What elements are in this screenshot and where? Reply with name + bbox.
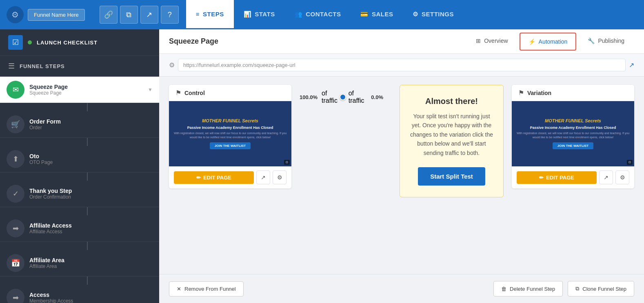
- sidebar-item-squeeze[interactable]: ✉ Squeeze Page Squeeze Page ▼: [0, 77, 159, 103]
- variation-preview: MOTHER FUNNEL Secrets Passive Income Aca…: [512, 101, 634, 166]
- main-layout: ☑ LAUNCH CHECKLIST ☰ FUNNEL STEPS ✉ Sque…: [0, 29, 644, 303]
- clone-label: Clone Funnel Step: [582, 286, 626, 292]
- url-input[interactable]: [178, 59, 626, 71]
- copy-icon[interactable]: ⧉: [120, 6, 138, 24]
- order-sub: Order: [29, 125, 153, 130]
- tab-publishing-label: Publishing: [598, 38, 624, 44]
- publishing-wrench-icon: 🔧: [588, 38, 595, 44]
- affiliate-access-icon: ➡: [7, 219, 24, 237]
- help-icon[interactable]: ?: [161, 6, 179, 24]
- clone-funnel-step-button[interactable]: ⧉ Clone Funnel Step: [568, 281, 634, 296]
- url-external-icon[interactable]: ↗: [629, 61, 634, 69]
- sidebar: ☑ LAUNCH CHECKLIST ☰ FUNNEL STEPS ✉ Sque…: [0, 29, 159, 303]
- control-preview-content: MOTHER FUNNEL Secrets Passive Income Aca…: [169, 101, 291, 166]
- thankyou-sub: Order Confirmation: [29, 194, 153, 200]
- tab-publishing[interactable]: 🔧 Publishing: [578, 29, 634, 54]
- clone-copy-icon: ⧉: [575, 285, 579, 292]
- sidebar-item-access[interactable]: ➡ Access Membership Access: [0, 285, 159, 303]
- control-settings-icon[interactable]: ⚙: [273, 170, 286, 184]
- bottom-right-actions: 🗑 Delete Funnel Step ⧉ Clone Funnel Step: [493, 281, 634, 296]
- tab-automation-label: Automation: [539, 38, 568, 45]
- variation-preview-sub: With registration closed, we will now sh…: [516, 131, 630, 139]
- affiliate-area-icon: 📅: [7, 254, 24, 272]
- external-link-icon[interactable]: ↗: [140, 6, 158, 24]
- tab-sales[interactable]: 💳 SALES: [351, 0, 403, 29]
- brand-area: ⚙ Funnel Name Here: [7, 6, 85, 23]
- remove-from-funnel-button[interactable]: ✕ Remove From Funnel: [169, 281, 244, 296]
- tab-stats[interactable]: 📊 STATS: [234, 0, 285, 29]
- sub-tabs: ⊞ Overview ⚡ Automation 🔧 Publishing: [466, 29, 634, 54]
- start-split-test-button[interactable]: Start Split Test: [418, 167, 485, 186]
- overview-grid-icon: ⊞: [476, 38, 481, 44]
- remove-x-icon: ✕: [177, 286, 181, 292]
- automation-bolt-icon: ⚡: [529, 38, 535, 45]
- sidebar-item-order[interactable]: 🛒 Order Form Order: [0, 111, 159, 138]
- sidebar-item-thankyou[interactable]: ✓ Thank you Step Order Confirmation: [0, 181, 159, 207]
- traffic-bar-area: 100.0% of traffic of traffic 0.0%: [291, 85, 391, 109]
- tab-contacts-label: CONTACTS: [306, 11, 341, 18]
- almost-title: Almost there!: [425, 97, 478, 106]
- stats-icon: 📊: [244, 11, 252, 18]
- tab-overview-label: Overview: [484, 38, 508, 44]
- sidebar-item-affiliate-access[interactable]: ➡ Affiliate Access Affiliate Access: [0, 215, 159, 242]
- oto-sub: OTO Page: [29, 159, 153, 165]
- delete-label: Delete Funnel Step: [510, 286, 555, 292]
- hamburger-icon: ☰: [8, 62, 15, 71]
- control-preview-title: Passive Income Academy Enrollment Has Cl…: [187, 126, 273, 130]
- variation-settings-icon[interactable]: ⚙: [615, 170, 629, 184]
- tab-stats-label: STATS: [255, 11, 275, 18]
- affiliate-access-text: Affiliate Access Affiliate Access: [29, 222, 153, 234]
- edit-pencil-icon: ✏: [196, 175, 201, 181]
- affiliate-area-name: Affiliate Area: [29, 257, 153, 263]
- link-icon[interactable]: 🔗: [100, 6, 118, 24]
- settings-icon[interactable]: ⚙: [7, 6, 24, 23]
- delete-funnel-step-button[interactable]: 🗑 Delete Funnel Step: [493, 281, 563, 296]
- main-content: Squeeze Page ⊞ Overview ⚡ Automation 🔧 P…: [159, 29, 644, 303]
- order-name: Order Form: [29, 118, 153, 125]
- traffic-row: 100.0% of traffic of traffic 0.0%: [300, 90, 383, 104]
- control-preview-sub: With registration closed, we will now sh…: [173, 131, 287, 139]
- control-traffic-label: of traffic: [322, 90, 340, 104]
- access-sub: Membership Access: [29, 298, 153, 303]
- toolbar-icons: 🔗 ⧉ ↗ ?: [100, 6, 179, 24]
- sidebar-item-affiliate-area[interactable]: 📅 Affiliate Area Affiliate Area: [0, 250, 159, 276]
- variation-preview-title: Passive Income Academy Enrollment Has Cl…: [530, 126, 616, 130]
- access-text: Access Membership Access: [29, 292, 153, 303]
- variation-traffic-label: of traffic: [349, 90, 367, 104]
- tab-sales-label: SALES: [372, 11, 393, 18]
- variation-preview-badge: ⊡: [627, 160, 633, 165]
- contacts-icon: 👥: [295, 11, 303, 18]
- sales-icon: 💳: [360, 11, 369, 18]
- order-icon: 🛒: [7, 115, 24, 133]
- launch-checklist-row[interactable]: ☑ LAUNCH CHECKLIST: [0, 29, 159, 56]
- control-card: ⚑ Control MOTHER FUNNEL Secrets Passive …: [169, 85, 291, 188]
- url-settings-icon[interactable]: ⚙: [169, 61, 175, 69]
- squeeze-icon: ✉: [7, 81, 24, 99]
- control-logo: MOTHER FUNNEL Secrets: [202, 118, 258, 123]
- squeeze-sub: Squeeze Page: [29, 90, 148, 96]
- funnel-name-button[interactable]: Funnel Name Here: [28, 9, 85, 21]
- control-actions: ✏ EDIT PAGE ↗ ⚙: [169, 166, 291, 188]
- sidebar-item-oto[interactable]: ⬆ Oto OTO Page: [0, 146, 159, 173]
- variation-external-icon[interactable]: ↗: [599, 170, 613, 184]
- connector-3: [0, 173, 159, 181]
- squeeze-name: Squeeze Page: [29, 84, 148, 90]
- control-preview-btn: JOIN THE WAITLIST: [210, 142, 251, 149]
- almost-body: Your split test isn't running just yet. …: [410, 112, 493, 157]
- squeeze-arrow: ▼: [148, 87, 153, 93]
- thankyou-icon: ✓: [7, 185, 24, 203]
- control-external-icon[interactable]: ↗: [256, 170, 270, 184]
- variation-edit-page-button[interactable]: ✏ EDIT PAGE: [517, 171, 597, 184]
- tab-settings[interactable]: ⚙ SETTINGS: [403, 0, 464, 29]
- steps-icon: ≡: [196, 11, 200, 18]
- variation-title: Variation: [527, 90, 551, 96]
- tab-automation[interactable]: ⚡ Automation: [520, 33, 577, 51]
- checklist-icon: ☑: [8, 35, 23, 50]
- control-edit-page-button[interactable]: ✏ EDIT PAGE: [174, 171, 254, 184]
- traffic-bar-knob[interactable]: [340, 94, 346, 100]
- tab-contacts[interactable]: 👥 CONTACTS: [285, 0, 351, 29]
- tab-overview[interactable]: ⊞ Overview: [466, 29, 517, 54]
- tab-steps[interactable]: ≡ STEPS: [186, 0, 234, 29]
- variation-flag-icon: ⚑: [518, 89, 524, 97]
- tab-settings-label: SETTINGS: [422, 11, 454, 18]
